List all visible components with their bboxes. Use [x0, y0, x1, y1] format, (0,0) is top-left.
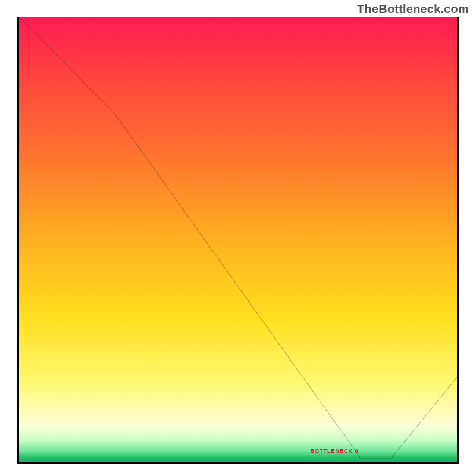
chart-container: TheBottleneck.com BOTTLENECK 0 — [0, 0, 476, 476]
bottleneck-chart: BOTTLENECK 0 — [17, 17, 459, 464]
bottleneck-curve — [19, 17, 457, 462]
attribution-label: TheBottleneck.com — [357, 2, 469, 16]
